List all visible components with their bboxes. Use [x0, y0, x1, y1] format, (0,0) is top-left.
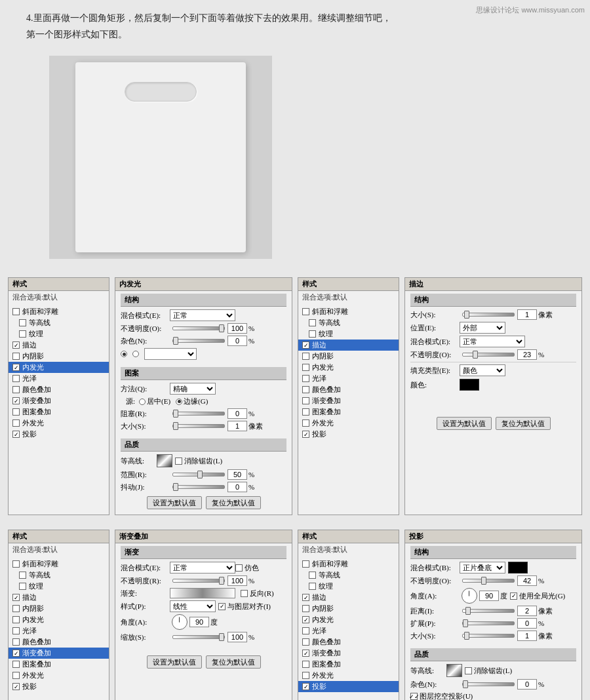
center-radio[interactable]	[139, 399, 146, 405]
range-slider[interactable]	[172, 473, 225, 476]
shadow-contour-preview[interactable]	[446, 664, 462, 677]
s2-bevel[interactable]: 斜面和浮雕	[298, 306, 399, 317]
style-item-drop-shadow[interactable]: 投影	[9, 429, 109, 440]
color-overlay-checkbox[interactable]	[12, 386, 20, 393]
g-texture-checkbox[interactable]	[19, 583, 26, 590]
s2-contour-checkbox[interactable]	[309, 319, 316, 326]
style-item-texture[interactable]: 纹理	[9, 328, 109, 340]
g-gradient-overlay[interactable]: 渐变叠加	[9, 648, 109, 659]
shadow-size-thumb[interactable]	[464, 632, 469, 640]
sh-color-overlay[interactable]: 颜色叠加	[298, 636, 399, 648]
g-outer-glow[interactable]: 外发光	[9, 670, 109, 681]
sh-satin[interactable]: 光泽	[298, 625, 399, 636]
center-radio-option[interactable]: 居中(E)	[139, 397, 170, 406]
choke-thumb[interactable]	[173, 410, 178, 418]
grad-angle-input[interactable]	[189, 617, 209, 627]
s2-inner-shadow[interactable]: 内阴影	[298, 351, 399, 362]
stroke-reset-default-btn[interactable]: 复位为默认值	[496, 417, 551, 430]
anti-alias-checkbox[interactable]	[175, 457, 182, 465]
g-color-overlay-checkbox[interactable]	[12, 638, 20, 646]
stroke-opacity-input[interactable]	[517, 349, 537, 360]
sh-contour-checkbox[interactable]	[309, 572, 316, 579]
contour-checkbox[interactable]	[19, 319, 26, 326]
shadow-size-input[interactable]	[517, 631, 537, 641]
shadow-blend-options[interactable]: 混合选项:默认	[298, 543, 399, 556]
global-light-checkbox[interactable]: ✓	[510, 593, 517, 600]
style-item-contour[interactable]: 等高线	[9, 317, 109, 328]
g-color-overlay[interactable]: 颜色叠加	[9, 636, 109, 648]
sh-drop-shadow-checkbox[interactable]	[302, 683, 309, 690]
sh-texture-checkbox[interactable]	[309, 583, 316, 590]
shadow-spread-input[interactable]	[517, 618, 537, 629]
grad-style-select[interactable]: 线性	[170, 600, 216, 612]
shadow-opacity-thumb[interactable]	[481, 577, 486, 585]
edge-radio[interactable]	[176, 399, 182, 405]
stroke-pos-select[interactable]: 外部	[460, 322, 505, 334]
s2-stroke[interactable]: 描边	[298, 340, 399, 351]
sh-drop-shadow[interactable]: 投影	[298, 681, 399, 692]
shadow-distance-thumb[interactable]	[465, 607, 471, 615]
g-inner-shadow[interactable]: 内阴影	[9, 603, 109, 614]
contour-preview[interactable]	[157, 454, 172, 467]
style-item-stroke[interactable]: 描边	[9, 340, 109, 351]
stroke-checkbox[interactable]	[12, 341, 20, 349]
s2-outer-glow-checkbox[interactable]	[302, 419, 309, 427]
sh-satin-checkbox[interactable]	[302, 627, 309, 634]
sh-pattern-overlay-checkbox[interactable]	[302, 661, 309, 668]
satin-checkbox[interactable]	[12, 375, 20, 382]
opacity-input[interactable]	[227, 323, 247, 334]
sh-gradient-overlay[interactable]: 渐变叠加	[298, 648, 399, 659]
shadow-spread-thumb[interactable]	[463, 619, 468, 627]
shadow-opacity-input[interactable]	[517, 575, 537, 586]
s2-drop-shadow[interactable]: 投影	[298, 429, 399, 440]
noise-thumb[interactable]	[173, 337, 178, 345]
opacity-slider[interactable]	[172, 326, 225, 330]
s2-texture-checkbox[interactable]	[309, 330, 316, 338]
style-item-pattern-overlay[interactable]: 图案叠加	[9, 406, 109, 418]
jitter-slider[interactable]	[172, 485, 225, 489]
s2-inner-shadow-checkbox[interactable]	[302, 353, 309, 360]
choke-slider[interactable]	[172, 412, 225, 416]
dither-checkbox[interactable]	[235, 564, 243, 572]
shadow-distance-slider[interactable]	[462, 609, 515, 613]
set-default-btn[interactable]: 设置为默认值	[147, 496, 202, 509]
stroke-blend-options[interactable]: 混合选项:默认	[298, 291, 399, 303]
grad-opacity-input[interactable]	[227, 575, 247, 586]
g-inner-glow[interactable]: 内发光	[9, 614, 109, 625]
s2-outer-glow[interactable]: 外发光	[298, 418, 399, 429]
grad-scale-slider[interactable]	[172, 635, 225, 639]
sh-inner-glow-checkbox[interactable]	[302, 616, 309, 623]
stroke-size-slider[interactable]	[462, 313, 515, 317]
style-item-inner-shadow[interactable]: 内阴影	[9, 351, 109, 362]
s2-contour[interactable]: 等高线	[298, 317, 399, 328]
shadow-spread-slider[interactable]	[462, 621, 515, 625]
stroke-opacity-thumb[interactable]	[473, 351, 478, 359]
shadow-color-swatch[interactable]	[508, 562, 528, 574]
color-select[interactable]	[144, 348, 197, 360]
size-thumb[interactable]	[173, 422, 178, 430]
g-contour-checkbox[interactable]	[19, 572, 26, 579]
grad-reset-default-btn[interactable]: 复位为默认值	[206, 655, 261, 669]
sh-outer-glow-checkbox[interactable]	[302, 672, 309, 679]
grad-blend-select[interactable]: 正常	[170, 562, 235, 574]
s2-satin-checkbox[interactable]	[302, 375, 309, 382]
g-gradient-overlay-checkbox[interactable]	[12, 650, 20, 657]
inner-shadow-checkbox[interactable]	[12, 353, 20, 360]
shadow-noise-input[interactable]	[517, 679, 537, 690]
g-contour[interactable]: 等高线	[9, 570, 109, 581]
sh-inner-shadow[interactable]: 内阴影	[298, 603, 399, 614]
grad-scale-thumb[interactable]	[219, 633, 224, 641]
range-thumb[interactable]	[197, 471, 203, 478]
size-input[interactable]	[227, 421, 247, 431]
g-stroke-checkbox[interactable]	[12, 594, 20, 601]
g-outer-glow-checkbox[interactable]	[12, 672, 20, 679]
stroke-opacity-slider[interactable]	[462, 353, 515, 357]
g-satin[interactable]: 光泽	[9, 625, 109, 636]
sh-inner-glow[interactable]: 内发光	[298, 614, 399, 625]
stroke-blend-select[interactable]: 正常	[460, 336, 525, 347]
sh-stroke-checkbox[interactable]	[302, 594, 309, 601]
pattern-overlay-checkbox[interactable]	[12, 408, 20, 416]
shadow-distance-input[interactable]	[517, 606, 537, 616]
g-satin-checkbox[interactable]	[12, 627, 20, 634]
shadow-size-slider[interactable]	[462, 634, 515, 638]
